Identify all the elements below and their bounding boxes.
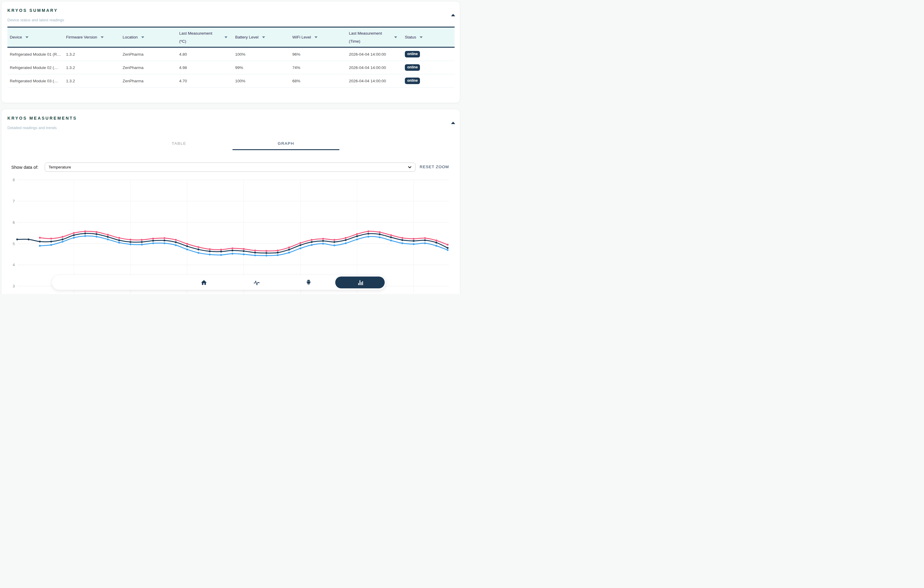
sort-icon xyxy=(25,36,28,38)
bottom-navigation-bar xyxy=(52,275,386,290)
status-badge: online xyxy=(405,77,420,84)
cell-location: ZenPharma xyxy=(120,52,177,56)
cell-last-measurement-c: 4.80 xyxy=(177,52,233,56)
cell-firmware: 1.3.2 xyxy=(64,66,120,70)
column-header-last-measurement-time[interactable]: Last Measurement (Time) xyxy=(346,28,403,47)
table-row[interactable]: Refrigerated Module 01 (R… 1.3.2 ZenPhar… xyxy=(7,48,455,61)
summary-card: KRYOS SUMMARY Device status and latest r… xyxy=(1,1,460,103)
sort-icon xyxy=(224,36,228,38)
home-icon xyxy=(201,279,207,286)
sort-icon xyxy=(141,36,144,38)
cell-location: ZenPharma xyxy=(120,79,177,83)
summary-collapse-button[interactable] xyxy=(450,13,456,18)
home-nav-button[interactable] xyxy=(201,279,208,286)
tab-graph[interactable]: GRAPH xyxy=(233,138,339,150)
collapse-up-icon xyxy=(451,122,455,124)
cell-wifi: 96% xyxy=(290,52,346,56)
activity-icon xyxy=(253,279,260,286)
measurements-card-subtitle: Detailed readings and trends xyxy=(7,125,56,130)
status-badge: online xyxy=(405,64,420,71)
bar-chart-nav-button-active[interactable] xyxy=(335,277,385,288)
column-header-status[interactable]: Status xyxy=(403,28,455,47)
column-header-device[interactable]: Device xyxy=(7,28,64,47)
svg-text:8: 8 xyxy=(13,178,15,182)
cell-last-measurement-time: 2026-04-04 14:00:00 xyxy=(346,66,403,70)
cell-device: Refrigerated Module 02 (… xyxy=(7,66,64,70)
table-row[interactable]: Refrigerated Module 03 (… 1.3.2 ZenPharm… xyxy=(7,74,455,87)
dashboard-page: { "summary": { "title": "KRYOS SUMMARY",… xyxy=(0,0,462,294)
cell-battery: 100% xyxy=(233,52,290,56)
cell-firmware: 1.3.2 xyxy=(64,79,120,83)
svg-text:5: 5 xyxy=(13,242,15,246)
android-icon xyxy=(305,279,312,286)
cell-battery: 99% xyxy=(233,66,290,70)
svg-text:6: 6 xyxy=(13,220,15,225)
cell-device: Refrigerated Module 03 (… xyxy=(7,79,64,83)
column-header-battery[interactable]: Battery Level xyxy=(233,28,290,47)
svg-text:4: 4 xyxy=(13,263,15,267)
cell-last-measurement-time: 2026-04-04 14:00:00 xyxy=(346,52,403,56)
measurements-collapse-button[interactable] xyxy=(450,120,456,125)
table-row[interactable]: Refrigerated Module 02 (… 1.3.2 ZenPharm… xyxy=(7,61,455,74)
data-type-select[interactable]: Temperature xyxy=(45,163,416,172)
cell-firmware: 1.3.2 xyxy=(64,52,120,56)
cell-last-measurement-time: 2026-04-04 14:00:00 xyxy=(346,79,403,83)
measurements-tabs: TABLE GRAPH xyxy=(125,138,339,150)
column-header-firmware[interactable]: Firmware Version xyxy=(64,28,120,47)
svg-text:7: 7 xyxy=(13,199,15,203)
cell-device: Refrigerated Module 01 (R… xyxy=(7,52,64,56)
summary-table-body: Refrigerated Module 01 (R… 1.3.2 ZenPhar… xyxy=(7,48,455,87)
column-header-wifi[interactable]: WiFi Level xyxy=(290,28,346,47)
measurements-card-title: KRYOS MEASUREMENTS xyxy=(7,116,77,120)
tab-table[interactable]: TABLE xyxy=(125,138,233,150)
cell-battery: 100% xyxy=(233,79,290,83)
cell-wifi: 74% xyxy=(290,66,346,70)
collapse-up-icon xyxy=(451,14,455,16)
column-header-last-measurement-c[interactable]: Last Measurement (ºC) xyxy=(177,28,233,47)
reset-zoom-button[interactable]: RESET ZOOM xyxy=(420,165,449,169)
sort-icon xyxy=(420,36,422,38)
activity-nav-button[interactable] xyxy=(253,279,260,286)
sort-icon xyxy=(262,36,265,38)
svg-text:3: 3 xyxy=(13,284,15,288)
summary-card-title: KRYOS SUMMARY xyxy=(7,8,58,13)
cell-wifi: 68% xyxy=(290,79,346,83)
summary-table-header: Device Firmware Version Location Last Me… xyxy=(7,26,455,48)
cell-last-measurement-c: 4.70 xyxy=(177,79,233,83)
show-data-label: Show data of: xyxy=(11,165,38,170)
android-nav-button[interactable] xyxy=(305,279,312,286)
cell-last-measurement-c: 4.98 xyxy=(177,66,233,70)
sort-icon xyxy=(394,36,397,38)
sort-icon xyxy=(315,36,317,38)
sort-icon xyxy=(101,36,104,38)
status-badge: online xyxy=(405,51,420,57)
summary-card-subtitle: Device status and latest readings xyxy=(7,18,64,22)
bar-chart-icon xyxy=(356,279,364,286)
cell-location: ZenPharma xyxy=(120,66,177,70)
column-header-location[interactable]: Location xyxy=(120,28,177,47)
